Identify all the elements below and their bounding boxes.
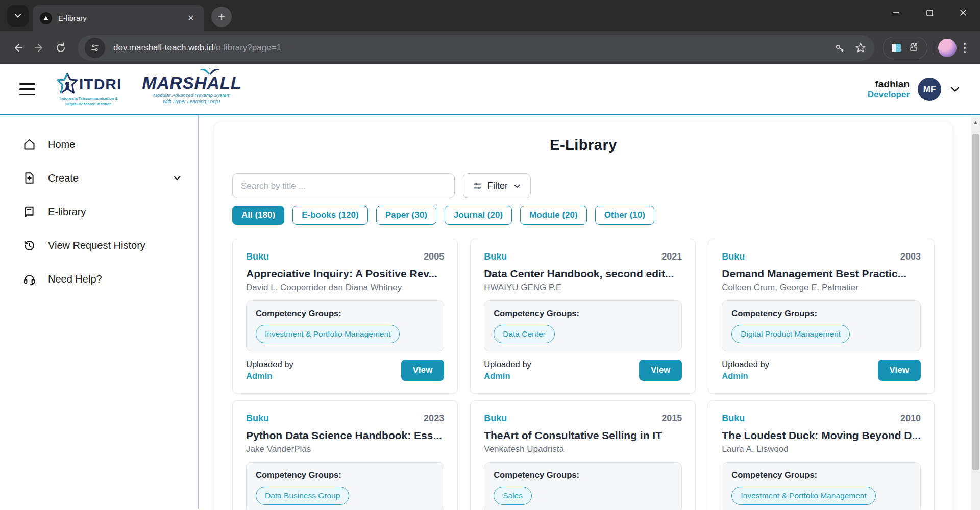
brand-logos: ITDRI Indonesia Telecommunication & Digi… [56,72,241,106]
url-text: dev.marshall-teach.web.id/e-library?page… [113,43,834,53]
scrollbar-up-arrow[interactable]: ▲ [971,119,980,125]
category-filter-tabs: All (180) E-books (120) Paper (30) Journ… [232,206,935,225]
sidebar: Home Create E-library View Request Histo… [0,115,199,509]
book-type: Buku [484,413,507,424]
view-button[interactable]: View [639,360,682,381]
competency-box: Competency Groups: Data Business Group [246,462,444,510]
site-favicon-icon [40,12,52,24]
book-title: Python Data Science Handbook: Ess... [246,429,444,442]
create-document-icon [21,171,37,185]
browser-extensions-area [883,37,927,59]
category-tab-paper[interactable]: Paper (30) [376,206,436,225]
back-button[interactable] [7,37,29,59]
browser-toolbar: dev.marshall-teach.web.id/e-library?page… [0,31,980,64]
category-tab-module[interactable]: Module (20) [520,206,586,225]
url-host: dev.marshall-teach.web.id [113,43,213,53]
book-card: Buku 2021 Data Center Handbook, second e… [470,239,696,394]
book-year: 2015 [662,413,682,424]
category-tab-other[interactable]: Other (10) [595,206,654,225]
competency-box: Competency Groups: Data Center [484,300,682,351]
category-tab-journal[interactable]: Journal (20) [445,206,512,225]
tab-close-icon[interactable]: ✕ [185,12,197,24]
book-type: Buku [484,251,507,262]
uploader-link[interactable]: Admin [246,371,293,381]
marshall-bird-icon [200,67,220,78]
home-icon [21,138,37,151]
book-card: Buku 2023 Python Data Science Handbook: … [232,400,458,510]
user-menu[interactable]: fadhlan Developer MF [868,78,961,101]
hamburger-menu-icon[interactable] [19,83,35,95]
search-input[interactable] [232,173,455,198]
view-button[interactable]: View [401,360,444,381]
book-title: TheArt of Consultative Selling in IT [484,429,682,442]
book-title: The Loudest Duck: Moving Beyond D... [722,429,921,442]
view-button[interactable]: View [878,360,921,381]
page-scrollbar[interactable]: ▲ [971,116,980,510]
competency-box: Competency Groups: Sales [484,462,682,510]
category-tab-ebooks[interactable]: E-books (120) [292,206,368,225]
reload-button[interactable] [50,37,71,59]
new-tab-button[interactable]: + [211,7,232,27]
sidebar-item-elibrary[interactable]: E-library [0,199,198,224]
forward-button[interactable] [29,37,50,59]
competency-tag: Data Business Group [256,487,349,505]
sidebar-item-need-help[interactable]: Need Help? [0,266,198,292]
tab-search-menu-button[interactable] [7,5,29,27]
book-author: Venkatesh Upadrista [484,444,682,454]
browser-tab-strip: E-library ✕ + [0,0,980,31]
marshall-logo: MARSHALL Modular Advanced Revamp System … [142,74,241,105]
headset-icon [21,272,37,286]
sidebar-item-view-request-history[interactable]: View Request History [0,233,198,258]
browser-menu-icon[interactable] [957,43,973,53]
book-card-grid: Buku 2005 Appreciative Inquiry: A Positi… [232,239,935,510]
book-year: 2023 [424,413,444,424]
filter-chevron-icon [513,182,521,190]
book-author: Laura A. Liswood [722,444,921,454]
book-year: 2021 [662,251,682,262]
extensions-puzzle-icon[interactable] [908,42,920,54]
sidebar-item-home[interactable]: Home [0,132,198,157]
site-settings-icon[interactable] [85,38,105,58]
bookmark-star-icon[interactable] [854,41,867,55]
book-card: Buku 2003 Demand Management Best Practic… [708,239,935,394]
toolbar-divider [933,41,933,55]
create-chevron-icon[interactable] [172,173,182,183]
book-type: Buku [246,251,269,262]
filter-sliders-icon [473,181,482,191]
url-bar[interactable]: dev.marshall-teach.web.id/e-library?page… [78,35,874,61]
tab-title: E-library [58,14,185,22]
book-author: David L. Cooperrider dan Diana Whitney [246,283,444,293]
competency-tag: Digital Product Management [731,325,850,343]
filter-button[interactable]: Filter [463,173,531,198]
competency-tag: Data Center [494,325,555,343]
user-role: Developer [868,90,910,100]
book-icon [21,205,37,218]
book-card: Buku 2015 TheArt of Consultative Selling… [470,400,696,510]
book-author: HWAIYU GENG P.E [484,283,682,293]
sidebar-item-create[interactable]: Create [0,165,198,191]
window-minimize-button[interactable] [879,0,913,26]
main-content: E-Library Filter All (180) E-books (120) [199,115,980,509]
password-key-icon[interactable] [834,41,847,55]
user-avatar[interactable]: MF [918,78,941,101]
scrollbar-thumb[interactable] [972,134,979,470]
itdri-logo: ITDRI Indonesia Telecommunication & Digi… [56,72,121,106]
competency-box: Competency Groups: Investment & Portfoli… [722,462,921,510]
user-menu-chevron-icon[interactable] [949,84,961,95]
category-tab-all[interactable]: All (180) [232,206,284,225]
uploader-link[interactable]: Admin [484,371,531,381]
window-close-button[interactable] [946,0,980,26]
book-year: 2003 [900,251,921,262]
competency-tag: Investment & Portfolio Management [731,487,875,505]
app-header: ITDRI Indonesia Telecommunication & Digi… [0,64,980,115]
uploader-link[interactable]: Admin [722,371,769,381]
side-panel-icon[interactable] [890,42,902,54]
browser-profile-avatar[interactable] [938,39,957,57]
window-maximize-button[interactable] [913,0,946,26]
book-type: Buku [722,251,745,262]
book-title: Appreciative Inquiry: A Positive Rev... [246,268,444,280]
browser-tab[interactable]: E-library ✕ [33,5,204,31]
marshall-wordmark: MARSHALL [142,74,241,91]
history-clock-icon [21,239,37,252]
book-title: Demand Management Best Practic... [722,268,921,280]
